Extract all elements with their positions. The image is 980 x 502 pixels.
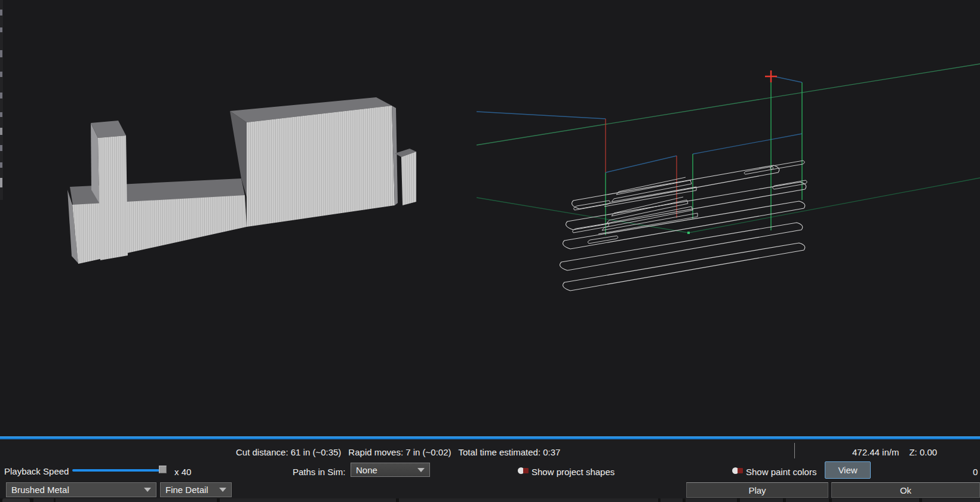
show-paint-colors-label: Show paint colors	[746, 467, 816, 477]
feed-rate-text: 472.44 in/m	[852, 447, 899, 458]
detail-dropdown-value: Fine Detail	[165, 485, 214, 495]
show-project-shapes-toggle[interactable]	[518, 467, 529, 474]
toolpath-wireframe	[477, 64, 980, 291]
view-button[interactable]: View	[825, 461, 871, 479]
rapid-moves-text: Rapid moves: 7 in (~0:02)	[348, 447, 451, 458]
pocket-toolpaths	[573, 161, 807, 244]
paths-dropdown-value: None	[356, 465, 413, 475]
toggle-red-icon	[523, 468, 529, 473]
simulation-viewport[interactable]	[0, 0, 980, 436]
slider-handle[interactable]	[159, 466, 167, 473]
scene-canvas	[0, 0, 980, 436]
chevron-down-icon	[144, 488, 151, 492]
speed-multiplier-text: x 40	[174, 467, 191, 477]
playback-speed-label: Playback Speed	[4, 466, 69, 476]
play-button-label: Play	[748, 485, 766, 495]
material-dropdown[interactable]: Brushed Metal	[6, 482, 156, 497]
z-readout-text: Z: 0.00	[909, 447, 937, 458]
cut-distance-text: Cut distance: 61 in (~0:35)	[236, 447, 341, 458]
model-3d-render	[67, 97, 416, 264]
machine-readouts: 472.44 in/m Z: 0.00	[852, 447, 937, 458]
contour-outlines	[560, 165, 806, 291]
paths-in-sim-label: Paths in Sim:	[293, 467, 345, 477]
toggle-red-icon	[738, 468, 743, 473]
left-edge-clipped-toolbar	[0, 0, 3, 200]
status-divider	[794, 443, 795, 458]
ok-button-label: Ok	[900, 485, 911, 495]
playback-progress-bar[interactable]	[0, 436, 980, 439]
clipped-overflow-text: 0	[973, 467, 978, 477]
show-project-shapes-label: Show project shapes	[532, 467, 615, 477]
simulation-window: Cut distance: 61 in (~0:35) Rapid moves:…	[0, 0, 980, 502]
tool-crosshair-icon	[765, 70, 777, 82]
paths-in-sim-dropdown[interactable]: None	[351, 463, 430, 477]
ok-button[interactable]: Ok	[831, 482, 980, 498]
detail-dropdown[interactable]: Fine Detail	[160, 482, 232, 497]
clipped-bottom-taskbar	[0, 498, 980, 502]
playback-speed-slider[interactable]	[72, 469, 159, 472]
show-paint-colors-toggle[interactable]	[732, 467, 743, 474]
material-dropdown-value: Brushed Metal	[11, 485, 139, 495]
total-time-text: Total time estimated: 0:37	[459, 447, 561, 458]
chevron-down-icon	[417, 468, 425, 472]
view-button-label: View	[838, 465, 857, 475]
play-button[interactable]: Play	[686, 482, 828, 498]
simulation-stats: Cut distance: 61 in (~0:35) Rapid moves:…	[236, 447, 560, 458]
chevron-down-icon	[219, 488, 226, 492]
